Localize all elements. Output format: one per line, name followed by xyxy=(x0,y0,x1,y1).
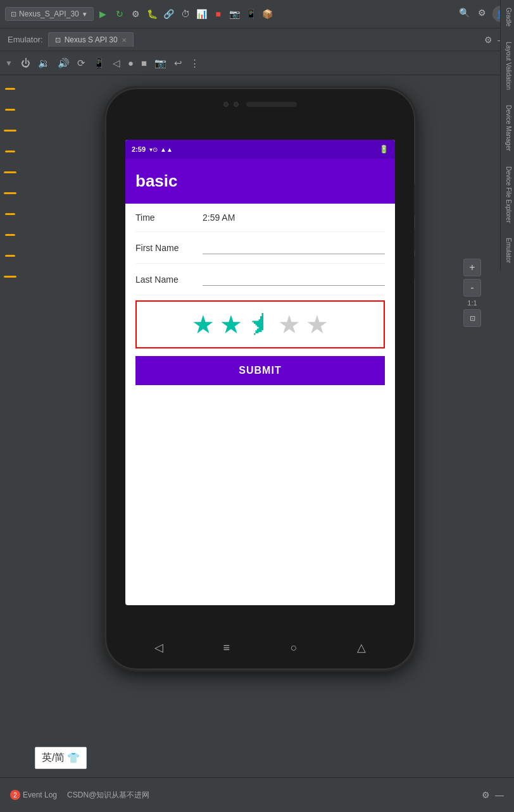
gear-icon[interactable]: ⚙ xyxy=(484,35,492,45)
coverage-button[interactable]: 📊 xyxy=(195,7,209,21)
emulator-tab-label: Nexus S API 30 xyxy=(65,35,118,44)
fit-button[interactable]: ⊡ xyxy=(463,309,481,327)
gutter-mark xyxy=(5,255,15,257)
volume-up-button[interactable] xyxy=(414,228,417,250)
first-name-row: First Name xyxy=(135,232,385,264)
gutter-mark xyxy=(4,192,16,194)
emulator-controls: ▼ ⏻ 🔉 🔊 ⟳ 📱 ◁ ● ■ 📷 ↩ ⋮ xyxy=(0,51,514,75)
minimize-bottom-icon[interactable]: — xyxy=(495,790,504,800)
rerun-button[interactable]: ↻ xyxy=(113,7,127,21)
more-icon[interactable]: ⋮ xyxy=(188,56,201,71)
attach-button[interactable]: 🔗 xyxy=(162,7,176,21)
star-3[interactable]: ⯨ xyxy=(248,312,273,337)
run-button[interactable]: ▶ xyxy=(96,7,110,21)
camera-button[interactable]: 📷 xyxy=(228,7,242,21)
device-file-explorer-tab[interactable]: Device File Explorer xyxy=(500,159,514,230)
stop-button[interactable]: ■ xyxy=(211,7,225,21)
volume-up-icon[interactable]: 🔊 xyxy=(56,56,72,71)
time-value: 2:59 AM xyxy=(203,212,235,223)
last-name-label: Last Name xyxy=(135,274,192,285)
bottom-status-bar: 2 Event Log CSDN@知识从基不进网 ⚙ — xyxy=(0,777,514,812)
gutter-mark xyxy=(5,88,15,90)
emulator-tab-bar: Emulator: ⊡ Nexus S API 30 ✕ ⚙ — xyxy=(0,28,514,51)
tab-close-button[interactable]: ✕ xyxy=(122,37,127,44)
zoom-in-button[interactable]: + xyxy=(463,259,481,276)
rotate-icon[interactable]: ⟳ xyxy=(75,56,87,71)
wifi-icon: ▾⊙ xyxy=(149,146,158,153)
phone-bottom-nav: ◁ ≡ ○ △ xyxy=(125,636,395,659)
settings-bottom-icon[interactable]: ⚙ xyxy=(482,790,490,800)
status-time: 2:59 xyxy=(132,145,146,153)
sync-button[interactable]: ⚙ xyxy=(129,7,143,21)
speaker-grill xyxy=(246,102,297,107)
event-log-badge: 2 xyxy=(10,790,20,800)
device-manager-tab[interactable]: Device Manager xyxy=(500,97,514,159)
event-log-label[interactable]: Event Log xyxy=(23,790,57,799)
emulator-tab[interactable]: ⊡ Nexus S API 30 ✕ xyxy=(48,32,134,47)
app-content: Time 2:59 AM First Name Last Name ★ ★ xyxy=(125,204,395,385)
camera-dot xyxy=(234,102,239,107)
emulator-area: 2:59 ▾⊙ ▲▲ 🔋 basic Time 2:59 AM xyxy=(20,75,500,774)
search-nav-button[interactable]: ○ xyxy=(282,636,305,659)
signal-icons: ▲▲ xyxy=(160,146,173,153)
ime-label: 英/简 xyxy=(42,751,65,765)
star-4[interactable]: ★ xyxy=(278,312,301,337)
phone-screen[interactable]: 2:59 ▾⊙ ▲▲ 🔋 basic Time 2:59 AM xyxy=(125,140,395,605)
time-row: Time 2:59 AM xyxy=(135,204,385,232)
phone-frame: 2:59 ▾⊙ ▲▲ 🔋 basic Time 2:59 AM xyxy=(105,88,415,670)
search-icon[interactable]: 🔍 xyxy=(457,6,471,20)
layout-validation-tab[interactable]: Layout Validation xyxy=(500,34,514,97)
volume-down-button[interactable] xyxy=(414,257,417,279)
recents-icon[interactable]: ■ xyxy=(139,56,149,70)
gutter-mark xyxy=(5,151,15,152)
app-header: basic xyxy=(125,159,395,204)
device-selector[interactable]: ⊡ Nexus_S_API_30 ▼ xyxy=(5,7,94,21)
power-button[interactable] xyxy=(414,184,417,216)
left-gutter xyxy=(0,75,20,786)
volume-down-icon[interactable]: 🔉 xyxy=(36,56,52,71)
back-icon[interactable]: ◁ xyxy=(111,56,122,71)
emulator-tab-right[interactable]: Emulator xyxy=(500,230,514,271)
csdn-label: CSDN@知识从基不进网 xyxy=(67,790,149,801)
first-name-label: First Name xyxy=(135,243,192,253)
status-icons: 🔋 xyxy=(379,145,389,154)
screenshot-icon[interactable]: 📷 xyxy=(153,56,168,71)
submit-button[interactable]: SUBMIT xyxy=(135,356,385,385)
gutter-mark xyxy=(5,109,15,111)
settings-icon[interactable]: ⚙ xyxy=(475,6,489,20)
gradle-tab[interactable]: Gradle xyxy=(500,0,514,34)
sdk-button[interactable]: 📦 xyxy=(261,7,275,21)
first-name-input[interactable] xyxy=(203,241,385,254)
zoom-out-button[interactable]: - xyxy=(463,279,481,297)
fold-icon[interactable]: 📱 xyxy=(91,56,107,71)
ime-popup[interactable]: 英/简 👕 xyxy=(35,747,87,769)
ime-icon: 👕 xyxy=(67,752,80,764)
star-2[interactable]: ★ xyxy=(220,312,242,337)
star-1[interactable]: ★ xyxy=(192,312,215,337)
collapse-icon[interactable]: ▼ xyxy=(5,59,13,68)
power-icon[interactable]: ⏻ xyxy=(19,56,32,70)
star-5[interactable]: ★ xyxy=(306,312,329,337)
right-panel: Gradle Layout Validation Device Manager … xyxy=(500,0,514,812)
bottom-right-icons: ⚙ — xyxy=(482,790,504,800)
undo-icon[interactable]: ↩ xyxy=(172,56,184,71)
rating-section[interactable]: ★ ★ ⯨ ★ ★ xyxy=(135,300,385,348)
status-bar: 2:59 ▾⊙ ▲▲ 🔋 xyxy=(125,140,395,159)
gutter-mark xyxy=(5,234,15,236)
app-title: basic xyxy=(135,171,385,191)
battery-icon: 🔋 xyxy=(379,145,389,154)
gutter-mark xyxy=(5,213,15,215)
camera-dots xyxy=(223,102,239,107)
device-mgr-icon[interactable]: 📱 xyxy=(244,7,258,21)
last-name-input[interactable] xyxy=(203,273,385,286)
zoom-controls: + - 1:1 ⊡ xyxy=(463,259,481,327)
debug-button[interactable]: 🐛 xyxy=(146,7,160,21)
emulator-label: Emulator: xyxy=(8,35,43,44)
back-nav-button[interactable]: ◁ xyxy=(147,636,170,659)
home-icon[interactable]: ● xyxy=(126,56,135,70)
profile-button[interactable]: ⏱ xyxy=(179,7,192,21)
last-name-row: Last Name xyxy=(135,264,385,295)
menu-nav-button[interactable]: ≡ xyxy=(215,636,238,659)
phone-top xyxy=(106,102,414,107)
home-nav-button[interactable]: △ xyxy=(350,636,373,659)
